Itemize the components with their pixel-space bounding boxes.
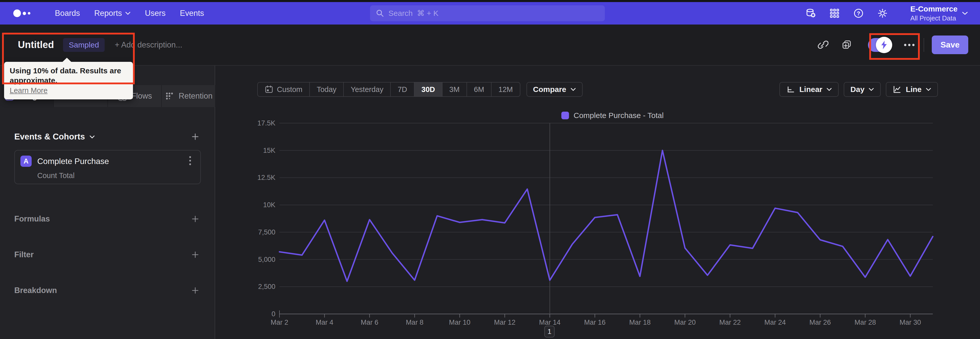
event-letter-badge: A	[21, 155, 32, 167]
event-kebab-menu[interactable]	[186, 156, 195, 166]
project-scope: All Project Data	[910, 14, 958, 22]
save-to-board-icon[interactable]	[840, 38, 854, 51]
sampling-tooltip: Using 10% of data. Results are approxima…	[4, 62, 133, 99]
toggle-knob	[876, 37, 892, 53]
y-axis-label: 17.5K	[257, 119, 275, 127]
nav-item-boards[interactable]: Boards	[55, 9, 80, 18]
nav-item-users[interactable]: Users	[145, 9, 165, 18]
settings-gear-icon[interactable]	[877, 7, 888, 19]
x-axis-label: Mar 18	[629, 318, 651, 326]
pagination-page-1[interactable]: 1	[544, 326, 555, 337]
logo-dot-small	[28, 12, 30, 14]
event-card[interactable]: A Complete Purchase Count Total	[14, 150, 201, 184]
y-axis-label: 0	[272, 310, 275, 318]
search-icon	[375, 9, 384, 18]
x-axis-label: Mar 10	[449, 318, 470, 326]
section-formulas: Formulas	[14, 214, 50, 224]
retention-icon	[164, 91, 175, 101]
window-top-strip	[0, 0, 980, 2]
chevron-down-icon	[89, 135, 95, 139]
tooltip-message: Using 10% of data. Results are approxima…	[10, 66, 127, 85]
lightning-sampling-toggle[interactable]	[868, 38, 891, 52]
event-metric[interactable]: Count Total	[37, 171, 195, 180]
lightning-bolt-icon	[880, 40, 888, 50]
x-axis-label: Mar 2	[270, 318, 288, 326]
logo-dot-large	[13, 10, 21, 17]
mixpanel-logo-icon[interactable]	[13, 10, 30, 17]
query-sidebar: Insights Funnels Flows	[0, 66, 215, 339]
line-chart-svg: 02,5005,0007,50010K12.5K15K17.5KMar 2Mar…	[215, 66, 980, 339]
x-axis-label: Mar 16	[584, 318, 606, 326]
section-breakdown: Breakdown	[14, 286, 57, 295]
x-axis-label: Mar 6	[361, 318, 379, 326]
project-selector[interactable]: E-Commerce All Project Data	[910, 5, 968, 22]
add-event-button[interactable]	[189, 131, 201, 142]
x-axis-label: Mar 22	[719, 318, 741, 326]
top-nav: Boards Reports Users Events	[0, 2, 980, 24]
y-axis-label: 15K	[263, 147, 275, 154]
global-search[interactable]	[370, 5, 605, 21]
help-icon[interactable]: ?	[853, 7, 864, 19]
y-axis-label: 12.5K	[257, 174, 275, 181]
add-breakdown-button[interactable]	[189, 285, 201, 296]
data-management-icon[interactable]	[805, 7, 816, 19]
chevron-down-icon	[125, 11, 130, 15]
copy-link-icon[interactable]	[816, 38, 829, 51]
x-axis-label: Mar 26	[810, 318, 831, 326]
x-axis-label: Mar 28	[854, 318, 876, 326]
more-options-icon[interactable]	[903, 38, 916, 51]
y-axis-label: 5,000	[258, 256, 275, 263]
x-axis-label: Mar 8	[406, 318, 423, 326]
report-title-bar: Untitled Sampled + Add description...	[0, 24, 980, 66]
report-title[interactable]: Untitled	[18, 39, 54, 50]
project-name: E-Commerce	[910, 5, 958, 13]
chart-panel: Custom Today Yesterday 7D 30D 3M 6M 12M …	[215, 66, 980, 339]
search-input[interactable]	[388, 9, 593, 18]
series-line	[280, 150, 933, 281]
x-axis-label: Mar 14	[539, 318, 560, 326]
x-axis-label: Mar 24	[764, 318, 786, 326]
logo-dot-medium	[23, 12, 26, 15]
chevron-down-icon	[962, 11, 968, 15]
event-name: Complete Purchase	[37, 157, 180, 166]
sampled-badge[interactable]: Sampled	[63, 38, 104, 52]
y-axis-label: 2,500	[258, 283, 275, 291]
y-axis-label: 7,500	[258, 229, 275, 236]
nav-item-events[interactable]: Events	[180, 9, 204, 18]
apps-grid-icon[interactable]	[829, 7, 840, 19]
x-axis-label: Mar 30	[900, 318, 921, 326]
x-axis-label: Mar 12	[494, 318, 515, 326]
x-axis-label: Mar 4	[316, 318, 333, 326]
toolbar-divider	[924, 38, 924, 52]
add-filter-button[interactable]	[189, 249, 201, 260]
svg-text:?: ?	[857, 10, 860, 17]
add-description[interactable]: + Add description...	[115, 40, 183, 50]
learn-more-link[interactable]: Learn More	[10, 86, 48, 95]
section-filter: Filter	[14, 250, 34, 259]
nav-item-reports[interactable]: Reports	[94, 9, 130, 18]
add-formula-button[interactable]	[189, 213, 201, 225]
x-axis-label: Mar 20	[674, 318, 696, 326]
events-cohorts-header[interactable]: Events & Cohorts	[14, 132, 95, 142]
tab-retention[interactable]: Retention	[161, 85, 215, 107]
y-axis-label: 10K	[263, 201, 275, 209]
save-button[interactable]: Save	[932, 35, 968, 54]
